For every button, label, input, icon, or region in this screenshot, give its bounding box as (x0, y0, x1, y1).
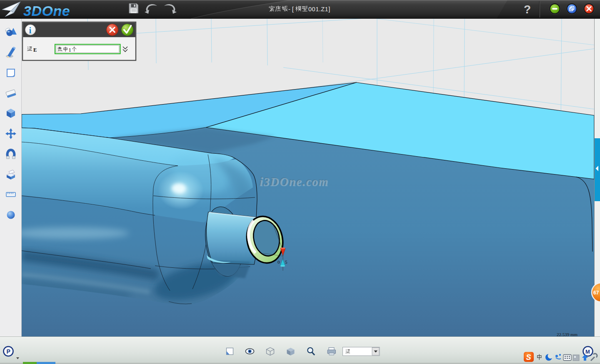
svg-text:- [: - [ (288, 6, 294, 12)
svg-text:E: E (33, 47, 37, 53)
svg-text:5: 5 (285, 259, 288, 264)
svg-text:i: i (29, 25, 32, 35)
svg-text:22.539 mm: 22.539 mm (557, 332, 578, 337)
svg-text:P: P (7, 348, 10, 355)
svg-text:i3DOne.com: i3DOne.com (260, 175, 329, 188)
svg-text:3DOne: 3DOne (23, 3, 70, 19)
svg-text:?: ? (524, 3, 531, 16)
svg-text:S: S (526, 353, 531, 362)
svg-text:M: M (585, 349, 590, 355)
svg-text:1: 1 (69, 47, 71, 53)
svg-text:67: 67 (593, 290, 599, 296)
svg-text:001.Z1]: 001.Z1] (308, 6, 330, 12)
svg-text:0: 0 (278, 259, 280, 264)
